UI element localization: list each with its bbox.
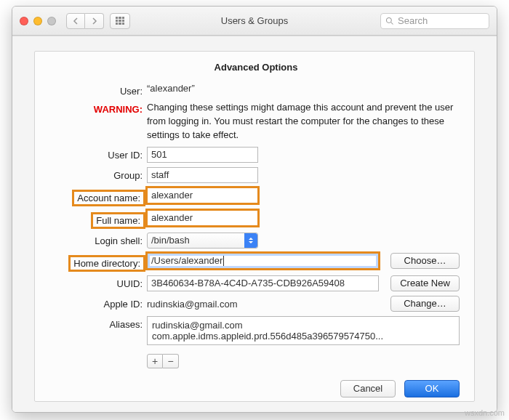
warning-text: Changing these settings might damage thi… xyxy=(147,101,460,142)
remove-alias-button[interactable]: − xyxy=(163,354,179,368)
chevron-right-icon xyxy=(92,17,97,25)
home-dir-row: Home directory: /Users/alexander Choose… xyxy=(52,253,460,271)
zoom-window-button[interactable] xyxy=(47,17,56,25)
aliases-label: Aliases: xyxy=(52,316,147,330)
change-button[interactable]: Change… xyxy=(390,296,460,312)
group-label: Group: xyxy=(52,167,147,181)
group-row: Group: staff xyxy=(52,167,460,183)
account-name-field[interactable]: alexander xyxy=(147,187,258,203)
full-name-label: Full name: xyxy=(52,210,147,228)
uuid-field[interactable]: 3B460634-B78A-4C4D-A735-CDB926A59408 xyxy=(147,275,379,291)
alias-line-1: rudinskia@gmail.com xyxy=(152,320,454,331)
login-shell-row: Login shell: /bin/bash xyxy=(52,233,460,249)
sheet-title: Advanced Options xyxy=(52,62,460,73)
search-input[interactable]: Search xyxy=(380,13,489,29)
uuid-label: UUID: xyxy=(52,275,147,289)
user-id-field[interactable]: 501 xyxy=(147,147,258,163)
svg-point-0 xyxy=(387,17,392,23)
chevron-left-icon xyxy=(73,17,79,25)
login-shell-select[interactable]: /bin/bash xyxy=(147,233,258,249)
warning-row: WARNING: Changing these settings might d… xyxy=(52,101,460,142)
titlebar: Users & Groups Search xyxy=(12,7,497,36)
ok-button[interactable]: OK xyxy=(404,380,460,397)
full-name-field[interactable]: alexander xyxy=(147,210,258,226)
chevron-up-down-icon xyxy=(244,233,257,248)
plus-icon: + xyxy=(152,355,158,367)
watermark: wsxdn.com xyxy=(465,408,505,417)
cancel-button[interactable]: Cancel xyxy=(340,380,396,397)
account-name-row: Account name: alexander xyxy=(52,187,460,206)
advanced-options-sheet: Advanced Options User: “alexander” WARNI… xyxy=(34,51,475,402)
sheet-footer: Cancel OK xyxy=(52,373,460,397)
user-label: User: xyxy=(52,83,147,97)
add-alias-button[interactable]: + xyxy=(147,354,163,368)
alias-add-remove: + − xyxy=(147,354,460,368)
warning-label: WARNING: xyxy=(52,101,147,115)
close-window-button[interactable] xyxy=(20,17,28,25)
minimize-window-button[interactable] xyxy=(33,17,42,25)
user-id-row: User ID: 501 xyxy=(52,147,460,163)
aliases-list[interactable]: rudinskia@gmail.com com.apple.idms.apple… xyxy=(147,316,460,345)
search-icon xyxy=(385,17,394,25)
home-dir-field[interactable]: /Users/alexander xyxy=(147,253,379,269)
uuid-row: UUID: 3B460634-B78A-4C4D-A735-CDB926A594… xyxy=(52,275,460,291)
home-dir-label: Home directory: xyxy=(52,253,147,271)
user-value: “alexander” xyxy=(147,83,460,94)
alias-line-2: com.apple.idms.appleid.prd.556d485a39657… xyxy=(152,331,454,342)
minus-icon: − xyxy=(167,355,173,367)
user-id-label: User ID: xyxy=(52,147,147,161)
choose-button[interactable]: Choose… xyxy=(390,253,460,269)
search-placeholder: Search xyxy=(398,15,428,26)
apple-id-row: Apple ID: rudinskia@gmail.com Change… xyxy=(52,296,460,312)
group-field[interactable]: staff xyxy=(147,167,258,183)
user-row: User: “alexander” xyxy=(52,83,460,97)
svg-line-1 xyxy=(391,22,393,24)
create-new-button[interactable]: Create New xyxy=(390,275,460,291)
window-controls xyxy=(20,17,56,25)
aliases-row: Aliases: rudinskia@gmail.com com.apple.i… xyxy=(52,316,460,368)
nav-back-forward xyxy=(66,13,104,29)
sheet-backdrop: Advanced Options User: “alexander” WARNI… xyxy=(12,36,497,412)
apple-id-label: Apple ID: xyxy=(52,296,147,310)
account-name-label: Account name: xyxy=(52,187,147,206)
grid-icon xyxy=(116,17,124,25)
login-shell-label: Login shell: xyxy=(52,233,147,246)
show-all-button[interactable] xyxy=(110,13,130,29)
preferences-window: Users & Groups Search Advanced Options U… xyxy=(12,6,497,413)
nav-forward-button[interactable] xyxy=(85,13,104,29)
apple-id-value: rudinskia@gmail.com xyxy=(147,296,379,310)
full-name-row: Full name: alexander xyxy=(52,210,460,228)
nav-back-button[interactable] xyxy=(66,13,85,29)
text-cursor-icon xyxy=(223,256,224,266)
